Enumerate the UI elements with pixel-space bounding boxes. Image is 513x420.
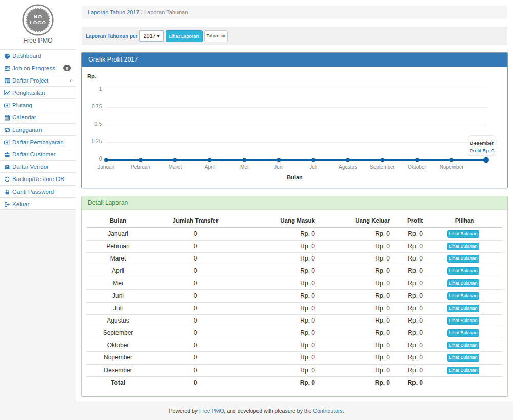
svg-text:LOGO: LOGO [30,19,46,25]
svg-text:NO: NO [34,14,42,19]
